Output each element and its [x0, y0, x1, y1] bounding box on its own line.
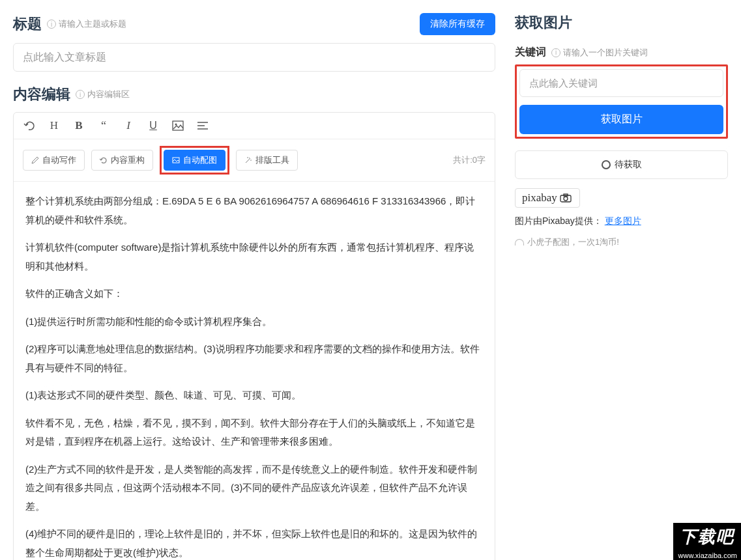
highlight-box-sidebar: 获取图片 — [515, 64, 728, 139]
watermark-url: www.xiazaiba.com — [673, 551, 741, 560]
title-label: 标题 — [13, 14, 42, 34]
content-paragraph: 软件的正确含义如下： — [25, 285, 483, 303]
title-hint-wrap: i 请输入主题或标题 — [47, 18, 126, 30]
more-images-link[interactable]: 更多图片 — [605, 216, 641, 226]
wand-icon — [244, 156, 252, 164]
underline-button[interactable]: U — [147, 119, 160, 132]
keyword-hint: 请输入一个图片关键词 — [563, 47, 648, 59]
auto-image-button[interactable]: 自动配图 — [164, 150, 225, 171]
footer-note-text: 小虎子配图，一次1淘币! — [527, 236, 619, 248]
pencil-icon — [31, 156, 39, 164]
action-button-group: 自动写作 内容重构 自动配图 排版工具 — [23, 146, 298, 175]
picture-icon — [172, 156, 180, 164]
auto-image-label: 自动配图 — [183, 154, 217, 166]
article-title-input[interactable] — [13, 43, 495, 72]
content-paragraph: (4)维护不同的硬件是旧的，理论上软件是旧的，并不坏，但实际上软件也是旧的和坏的… — [25, 525, 483, 560]
svg-point-1 — [175, 124, 177, 126]
pixabay-badge: pixabay — [515, 188, 580, 208]
editor-label-wrap: 内容编辑 i 内容编辑区 — [13, 85, 130, 104]
restructure-button[interactable]: 内容重构 — [91, 150, 153, 171]
title-label-wrap: 标题 i 请输入主题或标题 — [13, 14, 126, 34]
layout-tool-button[interactable]: 排版工具 — [236, 150, 298, 171]
editor-hint-wrap: i 内容编辑区 — [76, 89, 130, 100]
content-paragraph: (2)生产方式不同的软件是开发，是人类智能的高发挥，而不是传统意义上的硬件制造。… — [25, 460, 483, 516]
fetch-image-button[interactable]: 获取图片 — [519, 105, 723, 134]
pending-label: 待获取 — [615, 159, 642, 171]
camera-icon — [560, 193, 573, 203]
keyword-hint-wrap: i 请输入一个图片关键词 — [551, 47, 648, 59]
editor-hint: 内容编辑区 — [87, 89, 130, 100]
editor-label: 内容编辑 — [13, 85, 70, 104]
italic-button[interactable]: I — [122, 119, 135, 132]
content-paragraph: 软件看不见，无色，枯燥，看不见，摸不到，闻不到。软件大部分存在于人们的头脑或纸上… — [25, 414, 483, 451]
editor-box: H B “ I U 自动写作 — [13, 112, 495, 560]
heading-button[interactable]: H — [48, 119, 61, 132]
content-editor[interactable]: 整个计算机系统由两部分组成：E.69DA 5 E 6 BA 9062616964… — [14, 182, 495, 560]
editor-section-header: 内容编辑 i 内容编辑区 — [13, 85, 495, 104]
watermark-text: 下载吧 — [673, 523, 741, 551]
content-paragraph: (1)提供运行时所需功能和性能的命令或计算机程序集合。 — [25, 313, 483, 331]
word-count: 共计:0字 — [453, 154, 486, 166]
image-icon[interactable] — [171, 119, 184, 132]
content-paragraph: (1)表达形式不同的硬件类型、颜色、味道、可见、可摸、可闻。 — [25, 386, 483, 405]
watermark: 下载吧 www.xiazaiba.com — [673, 523, 741, 560]
pixabay-label: pixabay — [522, 191, 557, 204]
info-icon: i — [551, 48, 560, 57]
clear-cache-button[interactable]: 清除所有缓存 — [420, 13, 495, 35]
info-icon: i — [47, 20, 56, 29]
layout-tool-label: 排版工具 — [255, 154, 289, 166]
info-icon: i — [76, 90, 85, 99]
auto-write-button[interactable]: 自动写作 — [23, 150, 85, 171]
sidebar-panel: 获取图片 关键词 i 请输入一个图片关键词 获取图片 待获取 pixabay 图… — [508, 0, 741, 560]
credit-line: 图片由Pixabay提供： 更多图片 — [515, 216, 728, 227]
pending-button[interactable]: 待获取 — [515, 150, 728, 179]
action-toolbar: 自动写作 内容重构 自动配图 排版工具 — [14, 139, 495, 182]
fetch-image-title-text: 获取图片 — [515, 13, 572, 33]
dome-icon — [515, 239, 524, 245]
title-hint: 请输入主题或标题 — [59, 18, 126, 30]
quote-button[interactable]: “ — [97, 119, 110, 132]
refresh-icon — [100, 156, 108, 164]
highlight-box: 自动配图 — [160, 146, 229, 175]
main-panel: 标题 i 请输入主题或标题 清除所有缓存 内容编辑 i 内容编辑区 — [0, 0, 508, 560]
content-paragraph: 计算机软件(computer software)是指计算机系统中除硬件以外的所有… — [25, 238, 483, 275]
title-section-header: 标题 i 请输入主题或标题 清除所有缓存 — [13, 13, 495, 35]
restructure-label: 内容重构 — [111, 154, 145, 166]
keyword-input[interactable] — [519, 69, 723, 97]
keyword-label: 关键词 — [515, 46, 546, 59]
footer-note: 小虎子配图，一次1淘币! — [515, 236, 728, 248]
align-icon[interactable] — [196, 119, 209, 132]
circle-icon — [602, 160, 611, 169]
keyword-header: 关键词 i 请输入一个图片关键词 — [515, 46, 728, 59]
auto-write-label: 自动写作 — [42, 154, 76, 166]
content-paragraph: 整个计算机系统由两部分组成：E.69DA 5 E 6 BA 9062616964… — [25, 192, 483, 229]
content-paragraph: (2)程序可以满意地处理信息的数据结构。(3)说明程序功能要求和程序需要的文档的… — [25, 340, 483, 377]
svg-point-7 — [564, 197, 568, 201]
credit-prefix: 图片由Pixabay提供： — [515, 216, 602, 226]
bold-button[interactable]: B — [72, 119, 85, 132]
undo-icon[interactable] — [23, 119, 36, 132]
fetch-image-title: 获取图片 — [515, 13, 728, 33]
format-toolbar: H B “ I U — [14, 113, 495, 139]
